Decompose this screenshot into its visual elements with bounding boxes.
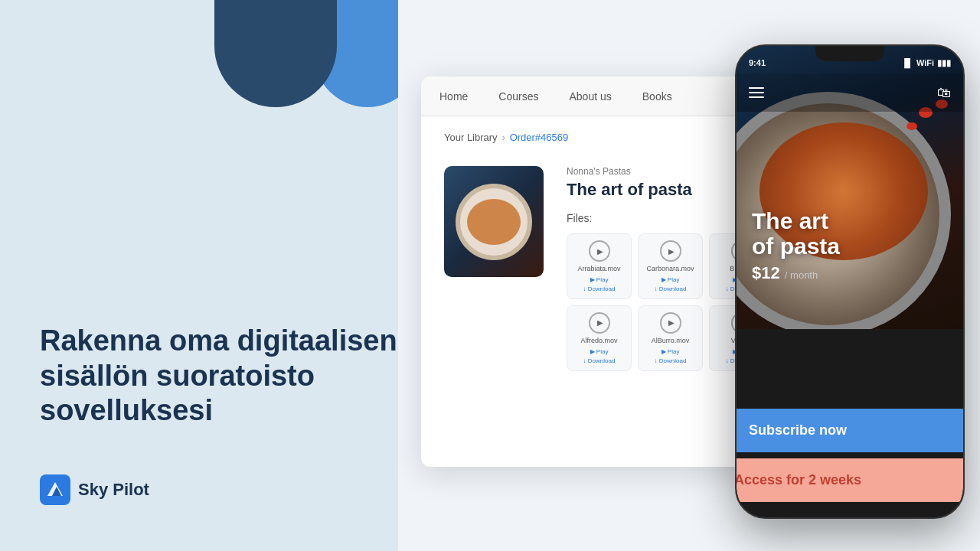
breadcrumb-order[interactable]: Order#46569 — [510, 132, 569, 143]
play-button[interactable]: ▶ Play — [645, 347, 696, 357]
nav-items: Home Courses About us Books — [439, 87, 672, 106]
download-button[interactable]: ↓ Download — [645, 357, 696, 364]
breadcrumb-library[interactable]: Your Library — [444, 132, 498, 143]
hamburger-line — [749, 87, 764, 89]
pasta-decoration — [467, 199, 521, 245]
play-button[interactable]: ▶ Play — [573, 347, 625, 357]
file-item: Arrabiata.mov ▶ Play ↓ Download — [567, 233, 632, 299]
phone-title-overlay: The art of pasta $12 / month — [752, 208, 840, 283]
signal-icon: ▐▌ — [901, 58, 913, 67]
phone-price: $12 / month — [752, 263, 840, 283]
play-icon[interactable] — [660, 312, 681, 334]
right-panel: Home Courses About us Books Your Library… — [398, 0, 980, 551]
tomato-decoration — [906, 122, 917, 130]
phone-cta-overlay: Subscribe now Access for 2 weeks — [737, 409, 963, 517]
file-item: AlBurro.mov ▶ Play ↓ Download — [638, 305, 703, 371]
phone-nav-bar: 🛍 — [737, 73, 963, 112]
status-icons: ▐▌ WiFi ▮▮▮ — [901, 58, 951, 68]
play-button[interactable]: ▶ Play — [573, 276, 625, 285]
wifi-icon: WiFi — [916, 58, 934, 67]
file-item: Alfredo.mov ▶ Play ↓ Download — [567, 305, 632, 371]
play-button[interactable]: ▶ Play — [645, 276, 696, 285]
file-name: Carbonara.mov — [645, 265, 696, 272]
decorative-circles — [191, 0, 421, 107]
access-button[interactable]: Access for 2 weeks — [737, 458, 963, 502]
play-icon[interactable] — [660, 240, 681, 262]
nav-about[interactable]: About us — [570, 87, 612, 106]
file-name: Arrabiata.mov — [573, 265, 625, 272]
phone-hero-title: The art of pasta — [752, 208, 840, 259]
hamburger-line — [749, 96, 764, 98]
nav-home[interactable]: Home — [439, 87, 468, 106]
hamburger-line — [749, 92, 764, 93]
play-icon[interactable] — [589, 312, 610, 334]
headline: Rakenna oma digitaalisen sisällön suorat… — [40, 324, 398, 429]
phone-screen: 9:41 ▐▌ WiFi ▮▮▮ 🛍 — [737, 46, 963, 517]
phone-hero: 9:41 ▐▌ WiFi ▮▮▮ 🛍 — [737, 46, 963, 329]
left-panel: Rakenna oma digitaalisen sisällön suorat… — [0, 0, 398, 551]
logo-icon — [40, 474, 70, 505]
chevron-icon: › — [502, 132, 505, 143]
play-icon[interactable] — [589, 240, 610, 262]
phone-time: 9:41 — [749, 58, 766, 67]
logo: Sky Pilot — [40, 474, 398, 505]
cart-icon[interactable]: 🛍 — [937, 85, 951, 101]
download-button[interactable]: ↓ Download — [645, 285, 696, 292]
nav-courses[interactable]: Courses — [498, 87, 538, 106]
phone-price-month: / month — [785, 269, 818, 281]
file-name: Alfredo.mov — [573, 337, 625, 344]
phone-notch — [815, 46, 884, 61]
download-button[interactable]: ↓ Download — [573, 285, 625, 292]
phone-mockup: 9:41 ▐▌ WiFi ▮▮▮ 🛍 — [735, 44, 965, 519]
hamburger-icon[interactable] — [749, 87, 764, 98]
battery-icon: ▮▮▮ — [937, 58, 951, 68]
file-name: AlBurro.mov — [645, 337, 696, 344]
circle-dark — [214, 0, 337, 107]
subscribe-button[interactable]: Subscribe now — [737, 409, 963, 452]
product-image — [444, 166, 544, 277]
nav-books[interactable]: Books — [642, 87, 672, 106]
file-item: Carbonara.mov ▶ Play ↓ Download — [638, 233, 703, 299]
download-button[interactable]: ↓ Download — [573, 357, 625, 364]
logo-text: Sky Pilot — [78, 480, 149, 500]
